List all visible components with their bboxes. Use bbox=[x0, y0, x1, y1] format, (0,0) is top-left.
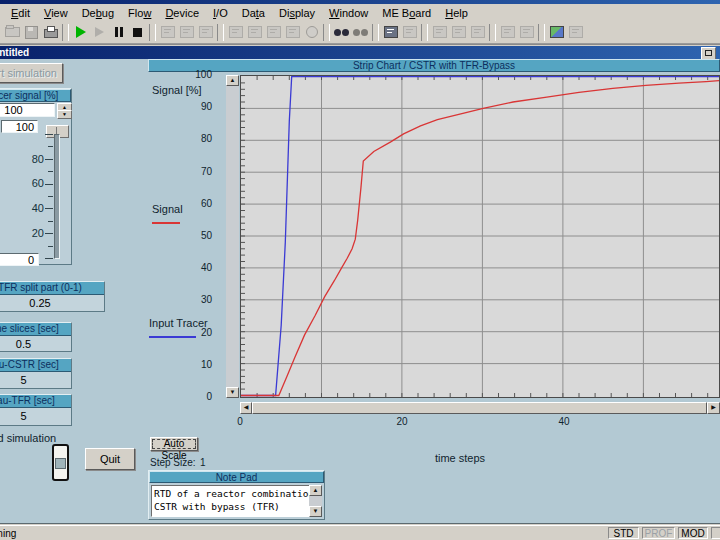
note-pad-text[interactable]: RTD of a reactor combination: CSTR with … bbox=[151, 485, 322, 517]
start-simulation-button[interactable]: Start simulation bbox=[0, 63, 63, 83]
strip-chart-titlebar[interactable]: Strip Chart / CSTR with TFR-Bypass bbox=[148, 59, 720, 72]
device-refresh-icon[interactable] bbox=[283, 24, 302, 41]
copy-icon[interactable] bbox=[449, 24, 468, 41]
step-size-value: 1 bbox=[200, 457, 206, 468]
device-delete-icon[interactable] bbox=[245, 24, 264, 41]
y-axis-title: Signal [%] bbox=[152, 84, 202, 96]
scroll-right-icon[interactable]: ▶ bbox=[707, 402, 720, 414]
find-icon[interactable] bbox=[332, 24, 351, 41]
tfr-split-control: TFR split part (0-1)0.25 bbox=[0, 281, 105, 312]
tau-cstr-control-value[interactable]: 5 bbox=[0, 372, 71, 386]
menu-window[interactable]: Window bbox=[322, 6, 375, 20]
toolbar-separator bbox=[217, 24, 224, 41]
tau-cstr-control-header: Tau-CSTR [sec] bbox=[0, 359, 71, 372]
status-bar: Running STDPROFMOD bbox=[0, 525, 720, 540]
tracer-signal-input[interactable]: 100 bbox=[0, 103, 55, 117]
menu-device[interactable]: Device bbox=[158, 6, 206, 20]
panel-view-icon[interactable] bbox=[547, 24, 566, 41]
note-pad-titlebar[interactable]: Note Pad bbox=[149, 471, 324, 483]
tracer-signal-header: Tracer signal [%] bbox=[0, 89, 71, 102]
step-out-icon[interactable] bbox=[196, 24, 215, 41]
legend-signal-label: Signal bbox=[152, 203, 183, 215]
slider-tick bbox=[48, 196, 53, 197]
toolbar-separator bbox=[149, 24, 156, 41]
toolbar-separator bbox=[421, 24, 428, 41]
vscroll-track[interactable] bbox=[226, 86, 239, 387]
end-simulation-label: End simulation bbox=[0, 432, 56, 444]
step-into-icon[interactable] bbox=[158, 24, 177, 41]
step-size-label: Step Size: bbox=[150, 457, 196, 468]
stop-icon[interactable] bbox=[128, 24, 147, 41]
notepad-scroll-up-icon[interactable]: ▲ bbox=[309, 485, 322, 496]
menu-view[interactable]: View bbox=[37, 6, 75, 20]
pause-icon[interactable] bbox=[109, 24, 128, 41]
cut-icon[interactable] bbox=[430, 24, 449, 41]
end-simulation-toggle[interactable] bbox=[52, 444, 69, 481]
status-cell-prof: PROF bbox=[642, 527, 675, 539]
quit-button[interactable]: Quit bbox=[85, 448, 135, 470]
menu-me-board[interactable]: ME Board bbox=[375, 6, 438, 20]
time-slices-control-value[interactable]: 0.5 bbox=[0, 336, 71, 350]
slider-track[interactable] bbox=[54, 134, 60, 259]
slider-tick bbox=[48, 171, 53, 172]
chart-vertical-scrollbar[interactable]: ▲ ▼ bbox=[226, 75, 239, 398]
slider-scale-label: 20 bbox=[14, 227, 44, 239]
step-over-icon[interactable] bbox=[177, 24, 196, 41]
slider-scale-label: 80 bbox=[14, 153, 44, 165]
find-next-icon[interactable] bbox=[351, 24, 370, 41]
print-icon[interactable] bbox=[41, 24, 60, 41]
properties-icon[interactable] bbox=[381, 24, 400, 41]
instrument-manager-icon[interactable] bbox=[302, 24, 321, 41]
save-icon[interactable] bbox=[22, 24, 41, 41]
resume-icon[interactable] bbox=[90, 24, 109, 41]
clone-icon[interactable] bbox=[498, 24, 517, 41]
menu-edit[interactable]: Edit bbox=[4, 6, 37, 20]
toggle-thumb[interactable] bbox=[55, 458, 66, 469]
device-config-icon[interactable] bbox=[226, 24, 245, 41]
tracer-signal-spinner: ▲ ▼ bbox=[57, 103, 70, 117]
menu-data[interactable]: Data bbox=[235, 6, 272, 20]
time-slices-control: time slices [sec]0.5 bbox=[0, 322, 72, 352]
hscroll-thumb[interactable] bbox=[252, 402, 707, 414]
function-icon[interactable] bbox=[400, 24, 419, 41]
paste-icon[interactable] bbox=[468, 24, 487, 41]
tau-tfr-control-header: Tau-TFR [sec] bbox=[0, 395, 71, 408]
tau-tfr-control-value[interactable]: 5 bbox=[0, 408, 71, 422]
spinner-down-icon[interactable]: ▼ bbox=[57, 110, 72, 119]
scroll-up-icon[interactable]: ▲ bbox=[226, 75, 239, 86]
menu-help[interactable]: Help bbox=[438, 6, 475, 20]
auto-scale-button[interactable]: Auto Scale bbox=[150, 437, 198, 451]
scroll-down-icon[interactable]: ▼ bbox=[226, 387, 239, 398]
slider-tick bbox=[45, 258, 53, 259]
program-panel: Start simulation Tracer signal [%] 100 ▲… bbox=[0, 59, 720, 524]
program-title: Untitled bbox=[0, 46, 29, 59]
scroll-left-icon[interactable]: ◀ bbox=[240, 402, 252, 414]
status-cell-partial bbox=[711, 527, 720, 539]
tfr-split-control-value[interactable]: 0.25 bbox=[0, 295, 104, 309]
notepad-scroll-down-icon[interactable]: ▼ bbox=[309, 506, 322, 517]
menu-i-o[interactable]: I/O bbox=[206, 6, 235, 20]
menu-display[interactable]: Display bbox=[272, 6, 322, 20]
x-tick-label: 40 bbox=[553, 416, 575, 427]
program-titlebar[interactable]: Untitled bbox=[0, 46, 720, 59]
open-icon[interactable] bbox=[3, 24, 22, 41]
slider-scale-label: 60 bbox=[14, 177, 44, 189]
chart-plot[interactable] bbox=[240, 75, 720, 398]
menu-debug[interactable]: Debug bbox=[75, 6, 121, 20]
slider-tick bbox=[45, 159, 53, 160]
note-pad-scrollbar[interactable]: ▲ ▼ bbox=[309, 485, 322, 517]
tracer-signal-control: Tracer signal [%] 100 ▲ ▼ 100 80604020 0 bbox=[0, 88, 72, 265]
add-terminal-icon[interactable] bbox=[517, 24, 536, 41]
chart-horizontal-scrollbar[interactable]: ◀ ▶ bbox=[240, 402, 720, 414]
tau-tfr-control: Tau-TFR [sec]5 bbox=[0, 394, 72, 426]
toolbar-separator bbox=[372, 24, 379, 41]
secure-icon[interactable] bbox=[566, 24, 585, 41]
y-tick-label: 40 bbox=[150, 262, 212, 273]
menubar: EditViewDebugFlowDeviceI/ODataDisplayWin… bbox=[0, 4, 720, 21]
run-icon[interactable] bbox=[71, 24, 90, 41]
menu-flow[interactable]: Flow bbox=[121, 6, 158, 20]
series-signal bbox=[241, 81, 719, 396]
status-running-text: Running bbox=[0, 528, 16, 539]
toolbar-separator bbox=[538, 24, 545, 41]
device-print-icon[interactable] bbox=[264, 24, 283, 41]
